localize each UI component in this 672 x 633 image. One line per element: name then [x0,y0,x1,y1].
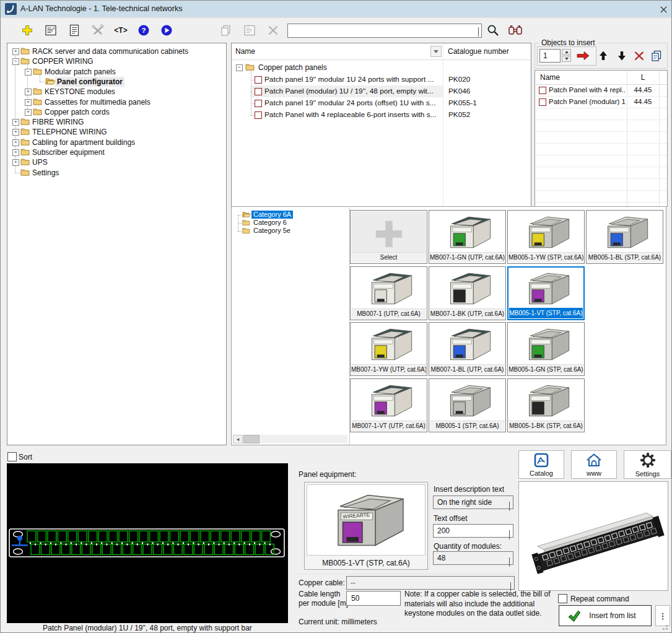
keystone-cell-mb007-1-bl-utp-cat-6a[interactable]: MB007-1-BL (UTP, cat.6A) [429,322,506,376]
keystone-cell-mb005-1-stp-cat-6a[interactable]: MB005-1 (STP, cat.6A) [429,378,506,432]
item-name[interactable]: Patch panel 19'' modular 24 ports (offse… [264,97,442,109]
object-name[interactable]: Patch Panel (modular) 1... [549,96,626,108]
find-objects-button[interactable] [507,22,523,38]
table-row[interactable] [535,178,667,191]
tree-item-label[interactable]: FIBRE WIRING [30,117,85,127]
spinner-down-icon[interactable] [562,56,571,62]
table-row[interactable] [535,155,667,167]
keystone-cell-mb007-1-bk-utp-cat-6a[interactable]: MB007-1-BK (UTP, cat.6A) [429,266,506,320]
tree-item-label[interactable]: Subscriber equipment [30,147,107,157]
collapse-icon[interactable]: − [236,64,243,71]
sort-checkbox-label[interactable]: Sort [19,453,32,461]
keystone-cell-mb007-1-vt-utp-cat-6a[interactable]: MB007-1-VT (UTP, cat.6A) [350,378,427,432]
repeat-command-label[interactable]: Repeat command [570,595,629,603]
table-row[interactable]: Patch Panel (modular) 1U / 19'', 48 port… [232,85,531,97]
expand-icon[interactable]: + [12,129,19,136]
keystone-cell-mb007-1-yw-utp-cat-6a[interactable]: MB007-1-YW (UTP, cat.6A) [350,322,427,376]
table-row[interactable]: Patch panel 19'' modular 1U 24 ports wit… [232,74,531,85]
catalog-button[interactable]: Catalog [518,450,564,479]
www-button[interactable]: www [571,450,617,479]
tree-item-ups[interactable]: +UPS [7,157,226,167]
add-object-button[interactable] [19,22,35,38]
insert-object-button[interactable] [575,49,590,63]
tree-item-panel-configurator[interactable]: Panel configurator [7,77,226,87]
expand-icon[interactable]: + [12,159,19,166]
item-checkbox[interactable] [255,88,262,95]
item-checkbox[interactable] [539,87,546,94]
item-checkbox[interactable] [255,76,262,84]
tree-item-subscriber-equipment[interactable]: +Subscriber equipment [7,147,226,157]
item-name[interactable]: Patch Panel (modular) 1U / 19'', 48 port… [264,85,442,97]
keystone-cell-mb005-1-bk-stp-cat-6a[interactable]: MB005-1-BK (STP, cat.6A) [507,378,585,432]
item-name[interactable]: Patch Panel with 4 replaceable 6-port in… [264,109,442,121]
search-button[interactable] [485,22,501,38]
tree-item-label[interactable]: KEYSTONE modules [43,87,117,97]
search-combobox[interactable] [287,24,482,38]
text-insert-button[interactable]: <T> [113,22,129,38]
collapse-icon[interactable]: − [12,58,19,65]
tree-item-label[interactable]: COPPER WIRING [30,56,95,66]
expand-icon[interactable]: + [25,109,32,116]
item-checkbox[interactable] [255,100,262,107]
keystone-cell-select[interactable]: Select [350,210,427,264]
tree-item-label[interactable]: Cassettes for multimedia panels [43,97,152,107]
insert-description-select[interactable]: On the right side [433,495,513,509]
copper-cable-select[interactable]: -- [346,576,515,590]
chevron-down-icon[interactable] [478,27,479,36]
table-row[interactable] [535,131,667,144]
sort-checkbox[interactable] [7,452,17,461]
tree-item-copper-patch-cords[interactable]: +Copper patch cords [7,107,226,117]
help-button[interactable]: ? [136,22,152,38]
tree-item-keystone-modules[interactable]: +KEYSTONE modules [7,87,226,97]
item-name[interactable]: Patch panel 19'' modular 1U 24 ports wit… [264,74,442,85]
expand-icon[interactable]: + [25,99,32,106]
more-options-button[interactable]: ⋮ [655,605,670,626]
tree-item-label[interactable]: Modular patch panels [43,67,118,77]
tree-item-settings[interactable]: Settings [7,168,226,178]
document-button[interactable] [66,22,82,38]
tree-item-fibre-wiring[interactable]: +FIBRE WIRING [7,117,226,127]
expand-icon[interactable]: + [12,149,19,156]
count-spinner[interactable] [562,49,571,63]
move-down-button[interactable] [614,49,629,63]
tree-item-modular-patch-panels[interactable]: −Modular patch panels [7,67,226,77]
tree-item-label[interactable]: Panel configurator [55,77,124,87]
table-row[interactable] [535,167,667,179]
text-offset-select[interactable]: 200 [433,524,513,538]
object-name[interactable]: Patch Panel with 4 repl... [549,84,626,96]
quantity-select[interactable]: 48 [433,551,513,565]
keystone-cell-mb005-1-bl-stp-cat-6a[interactable]: MB005-1-BL (STP, cat.6A) [586,210,663,264]
table-row[interactable] [535,108,667,120]
object-count-input[interactable]: 1 [539,49,561,63]
expand-icon[interactable]: + [12,48,19,55]
tree-item-label[interactable]: RACK server and data communication cabin… [30,46,190,56]
item-checkbox[interactable] [255,111,262,119]
resize-grip[interactable] [666,628,668,630]
run-button[interactable] [159,22,175,38]
tree-item-cabling-for-apartment-buildings[interactable]: +Cabling for apartment buildings [7,138,226,147]
cable-length-input[interactable]: 50 [346,591,401,606]
keystone-cell-mb005-1-yw-stp-cat-6a[interactable]: MB005-1-YW (STP, cat.6A) [507,210,585,264]
table-row[interactable]: Patch Panel with 4 repl...44.45 [535,84,667,97]
table-row[interactable]: Patch Panel with 4 replaceable 6-port in… [232,109,531,121]
tree-item-label[interactable]: UPS [30,157,50,167]
expand-icon[interactable]: + [12,139,19,146]
item-checkbox[interactable] [539,98,546,106]
table-row[interactable]: Patch Panel (modular) 1...44.45 [535,96,667,108]
move-up-button[interactable] [596,49,611,63]
tree-item-rack-server-and-data-communication-cabinets[interactable]: +RACK server and data communication cabi… [7,46,226,56]
list-group-copper-patch-panels[interactable]: −Copper patch panels [232,62,531,73]
keystone-cell-mb005-1-gn-stp-cat-6a[interactable]: MB005-1-GN (STP, cat.6A) [507,322,585,376]
resize-grip[interactable] [663,628,665,630]
tree-item-label[interactable]: Settings [30,168,61,178]
panel-list-button[interactable] [43,22,59,38]
close-icon[interactable] [657,4,670,15]
resize-grip[interactable] [666,625,668,627]
keystone-cell-mb007-1-gn-utp-cat-6a[interactable]: MB007-1-GN (UTP, cat.6A) [429,210,506,264]
collapse-icon[interactable]: − [25,69,32,76]
remove-object-button[interactable] [632,49,647,63]
table-row[interactable] [535,190,667,203]
spinner-up-icon[interactable] [562,49,571,55]
expand-icon[interactable]: + [25,89,32,95]
repeat-command-checkbox[interactable] [558,594,567,603]
